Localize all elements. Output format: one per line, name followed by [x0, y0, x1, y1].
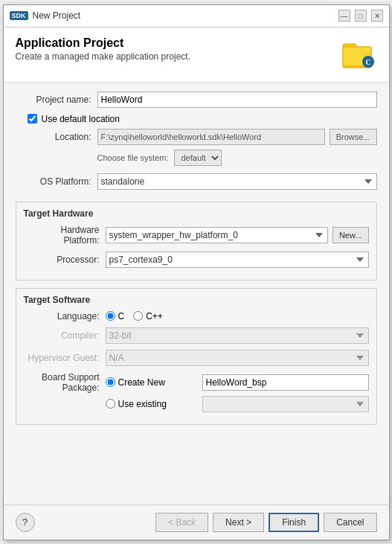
default-location-row: Use default location [16, 114, 377, 124]
bsp-row: Board Support Package: Create New Use ex… [24, 372, 369, 412]
close-button[interactable]: ✕ [371, 10, 383, 22]
hardware-platform-row: Hardware Platform: system_wrapper_hw_pla… [24, 225, 369, 246]
default-location-checkbox[interactable] [28, 114, 37, 124]
header-text: Application Project Create a managed mak… [16, 36, 190, 62]
title-bar: SDK New Project — □ ✕ [4, 5, 389, 28]
location-label: Location: [16, 132, 97, 142]
title-bar-left: SDK New Project [10, 10, 81, 21]
language-c-label: C [106, 311, 125, 321]
existing-bsp-select [202, 396, 369, 412]
language-cpp-radio[interactable] [133, 311, 143, 321]
hypervisor-label: Hypervisor Guest: [24, 353, 106, 363]
minimize-button[interactable]: — [338, 10, 350, 22]
use-existing-text: Use existing [118, 399, 167, 409]
bsp-label: Board Support Package: [24, 372, 106, 393]
project-name-input[interactable] [97, 92, 377, 108]
header-icon: C [341, 36, 377, 74]
processor-select[interactable]: ps7_cortexa9_0 [106, 252, 369, 268]
project-icon: C [341, 36, 377, 72]
language-cpp-label: C++ [133, 311, 163, 321]
finish-button[interactable]: Finish [269, 513, 319, 532]
language-label: Language: [24, 311, 106, 321]
target-software-group: Target Software Language: C C++ Com [16, 288, 377, 425]
content-area: Project name: Use default location Locat… [4, 83, 389, 505]
location-row: Location: Browse... [16, 129, 377, 145]
maximize-button[interactable]: □ [355, 10, 367, 22]
help-button[interactable]: ? [16, 513, 35, 532]
sdk-badge: SDK [10, 11, 28, 20]
compiler-select: 32-bit [106, 327, 369, 344]
footer-buttons: < Back Next > Finish Cancel [155, 513, 376, 532]
header-section: Application Project Create a managed mak… [4, 28, 389, 83]
hypervisor-row: Hypervisor Guest: N/A [24, 350, 369, 366]
language-radio-group: C C++ [106, 311, 163, 321]
next-button[interactable]: Next > [213, 513, 264, 532]
title-bar-controls: — □ ✕ [338, 10, 383, 22]
window-title: New Project [33, 10, 81, 21]
default-location-label: Use default location [42, 114, 120, 124]
page-title: Application Project [16, 36, 190, 50]
location-input[interactable] [97, 129, 325, 145]
use-existing-label: Use existing [106, 399, 202, 409]
project-name-label: Project name: [16, 95, 97, 105]
cancel-button[interactable]: Cancel [324, 513, 376, 532]
page-subtitle: Create a managed make application projec… [16, 51, 190, 62]
language-row: Language: C C++ [24, 311, 369, 321]
filesystem-label: Choose file system: [97, 153, 169, 162]
compiler-label: Compiler: [24, 330, 106, 341]
bsp-existing-row: Use existing [24, 396, 369, 412]
target-software-title: Target Software [24, 295, 369, 305]
back-button[interactable]: < Back [155, 513, 208, 532]
language-cpp-text: C++ [146, 311, 163, 321]
svg-text:C: C [365, 58, 370, 66]
create-new-radio[interactable] [106, 377, 115, 387]
hardware-platform-select[interactable]: system_wrapper_hw_platform_0 [106, 227, 328, 243]
footer: ? < Back Next > Finish Cancel [4, 505, 389, 540]
target-hardware-title: Target Hardware [24, 208, 369, 219]
hardware-platform-label: Hardware Platform: [24, 225, 106, 246]
os-platform-select[interactable]: standalone [97, 173, 377, 190]
processor-label: Processor: [24, 255, 106, 265]
compiler-row: Compiler: 32-bit [24, 327, 369, 344]
create-new-label: Create New [106, 377, 202, 388]
create-new-text: Create New [118, 377, 165, 388]
filesystem-select[interactable]: default [174, 150, 222, 166]
project-name-row: Project name: [16, 92, 377, 108]
os-platform-label: OS Platform: [16, 176, 97, 187]
filesystem-row: Choose file system: default [16, 150, 377, 166]
hypervisor-select: N/A [106, 350, 369, 366]
language-c-radio[interactable] [106, 311, 115, 321]
os-platform-row: OS Platform: standalone [16, 173, 377, 190]
language-c-text: C [118, 311, 125, 321]
browse-button[interactable]: Browse... [330, 129, 377, 145]
hardware-new-button[interactable]: New... [332, 227, 369, 243]
processor-row: Processor: ps7_cortexa9_0 [24, 252, 369, 268]
use-existing-radio[interactable] [106, 399, 115, 409]
bsp-name-input[interactable] [202, 374, 369, 391]
target-hardware-group: Target Hardware Hardware Platform: syste… [16, 202, 377, 281]
main-window: SDK New Project — □ ✕ Application Projec… [3, 4, 390, 540]
bsp-create-row: Board Support Package: Create New [24, 372, 369, 393]
